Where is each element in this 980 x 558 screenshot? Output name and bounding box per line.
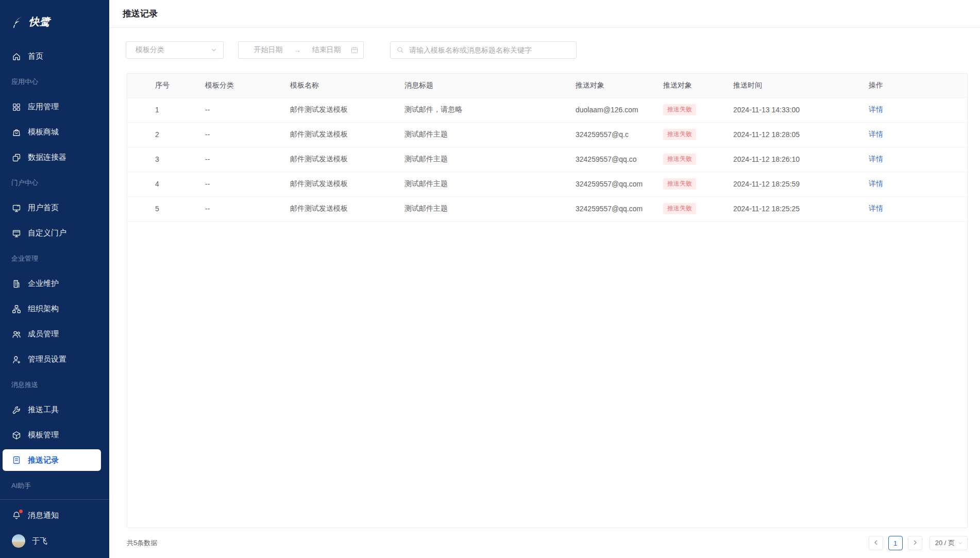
sidebar-section-label: 企业管理 xyxy=(0,246,109,271)
sidebar-item-label: 自定义门户 xyxy=(28,228,66,238)
user-profile-item[interactable]: 于飞 xyxy=(0,528,109,554)
page-number-button[interactable]: 1 xyxy=(888,536,903,550)
date-range-picker[interactable]: 开始日期 → 结束日期 xyxy=(238,41,364,59)
column-header: 消息标题 xyxy=(404,74,576,97)
detail-link[interactable]: 详情 xyxy=(869,155,883,163)
sidebar-item[interactable]: 成员管理 xyxy=(0,322,109,347)
brand-bird-icon xyxy=(10,15,24,29)
arrow-right-icon: → xyxy=(293,46,302,54)
connector-icon xyxy=(12,153,21,162)
status-badge: 推送失败 xyxy=(663,104,696,115)
category-cell: -- xyxy=(205,147,290,172)
page-title: 推送记录 xyxy=(123,8,158,20)
sidebar-section-label: 门户中心 xyxy=(0,170,109,195)
column-header: 推送时间 xyxy=(733,74,869,97)
sidebar-item[interactable]: 数据连接器 xyxy=(0,145,109,170)
sidebar-item[interactable]: 首页 xyxy=(0,44,109,69)
sidebar-item[interactable]: 企业维护 xyxy=(0,271,109,296)
brand-name: 快鹭 xyxy=(29,15,50,29)
sidebar-item[interactable]: 推送记录 xyxy=(3,449,101,471)
org-icon xyxy=(12,305,21,314)
main-content: 推送记录 模板分类 开始日期 → 结束日期 xyxy=(109,0,980,558)
detail-link[interactable]: 详情 xyxy=(869,204,883,212)
template-name-cell: 邮件测试发送模板 xyxy=(290,122,404,147)
action-cell: 详情 xyxy=(869,172,967,196)
chevron-down-icon xyxy=(958,540,963,546)
template-name-cell: 邮件测试发送模板 xyxy=(290,147,404,172)
sidebar-item-label: 数据连接器 xyxy=(28,153,66,162)
category-cell: -- xyxy=(205,97,290,122)
table-row: 5--邮件测试发送模板测试邮件主题324259557@qq.com推送失败202… xyxy=(127,196,967,221)
status-badge: 推送失败 xyxy=(663,129,696,140)
sidebar-item[interactable]: 自定义门户 xyxy=(0,221,109,246)
sidebar-item[interactable]: 用户首页 xyxy=(0,195,109,221)
sidebar-item-label: 应用管理 xyxy=(28,102,59,112)
sidebar-item-label: 用户首页 xyxy=(28,203,59,213)
monitor-icon xyxy=(12,204,21,213)
message-title-cell: 测试邮件主题 xyxy=(404,147,576,172)
push-target-cell: 324259557@qq.com xyxy=(576,196,663,221)
sidebar-item-label: 成员管理 xyxy=(28,329,59,339)
next-page-button[interactable] xyxy=(908,536,922,550)
total-count-label: 共5条数据 xyxy=(127,538,157,548)
push-status-cell: 推送失败 xyxy=(663,196,733,221)
push-status-cell: 推送失败 xyxy=(663,147,733,172)
sidebar-item[interactable]: 管理员设置 xyxy=(0,347,109,372)
sidebar-item[interactable]: 组织架构 xyxy=(0,296,109,322)
action-cell: 详情 xyxy=(869,196,967,221)
table-row: 1--邮件测试发送模板测试邮件，请忽略duolaam@126.com推送失败20… xyxy=(127,97,967,122)
sidebar-item-label: 企业维护 xyxy=(28,279,59,289)
push-time-cell: 2024-11-13 14:33:00 xyxy=(733,97,869,122)
column-header: 推送对象 xyxy=(663,74,733,97)
bell-icon xyxy=(12,511,21,520)
chevron-left-icon xyxy=(873,538,879,548)
sidebar-item[interactable]: 推送工具 xyxy=(0,397,109,422)
push-target-cell: 324259557@qq.co xyxy=(576,147,663,172)
detail-link[interactable]: 详情 xyxy=(869,105,883,113)
avatar xyxy=(12,534,25,548)
push-time-cell: 2024-11-12 18:25:25 xyxy=(733,196,869,221)
calendar-icon xyxy=(351,46,358,54)
push-time-cell: 2024-11-12 18:28:05 xyxy=(733,122,869,147)
notification-dot xyxy=(19,510,23,513)
status-badge: 推送失败 xyxy=(663,178,696,190)
notifications-item[interactable]: 消息通知 xyxy=(0,502,109,528)
sidebar-item[interactable]: 应用管理 xyxy=(0,94,109,120)
category-cell: -- xyxy=(205,172,290,196)
sidebar-item-label: 模板管理 xyxy=(28,430,59,440)
sidebar-item-label: 推送工具 xyxy=(28,405,59,415)
template-category-select[interactable]: 模板分类 xyxy=(126,41,224,59)
push-status-cell: 推送失败 xyxy=(663,172,733,196)
sidebar-item-label: 于飞 xyxy=(32,536,47,546)
start-date-placeholder: 开始日期 xyxy=(244,45,293,55)
detail-link[interactable]: 详情 xyxy=(869,130,883,138)
table-footer: 共5条数据 1 20 / 页 xyxy=(109,528,980,558)
message-title-cell: 测试邮件主题 xyxy=(404,196,576,221)
prev-page-button[interactable] xyxy=(869,536,883,550)
index-cell: 2 xyxy=(127,122,205,147)
keyword-search-input[interactable] xyxy=(408,45,570,55)
template-category-placeholder: 模板分类 xyxy=(136,45,164,55)
column-header: 推送对象 xyxy=(576,74,663,97)
page-header: 推送记录 xyxy=(109,0,980,28)
detail-link[interactable]: 详情 xyxy=(869,179,883,188)
sidebar-nav: 首页应用中心应用管理模板商城数据连接器门户中心用户首页自定义门户企业管理企业维护… xyxy=(0,44,109,499)
push-target-cell: 324259557@qq.com xyxy=(576,172,663,196)
sidebar-item[interactable]: 模板商城 xyxy=(0,120,109,145)
sidebar-item-label: 消息通知 xyxy=(28,511,59,520)
action-cell: 详情 xyxy=(869,147,967,172)
push-status-cell: 推送失败 xyxy=(663,97,733,122)
page-size-select[interactable]: 20 / 页 xyxy=(930,536,968,550)
record-icon xyxy=(12,455,21,465)
cube-icon xyxy=(12,431,21,440)
message-title-cell: 测试邮件，请忽略 xyxy=(404,97,576,122)
push-target-cell: 324259557@q.c xyxy=(576,122,663,147)
sidebar-item-label: 管理员设置 xyxy=(28,354,66,364)
members-icon xyxy=(12,330,21,339)
status-badge: 推送失败 xyxy=(663,154,696,165)
filter-bar: 模板分类 开始日期 → 结束日期 xyxy=(109,41,980,59)
page-size-label: 20 / 页 xyxy=(935,538,955,548)
sidebar-item[interactable]: 模板管理 xyxy=(0,422,109,448)
column-header: 模板分类 xyxy=(205,74,290,97)
end-date-placeholder: 结束日期 xyxy=(302,45,351,55)
